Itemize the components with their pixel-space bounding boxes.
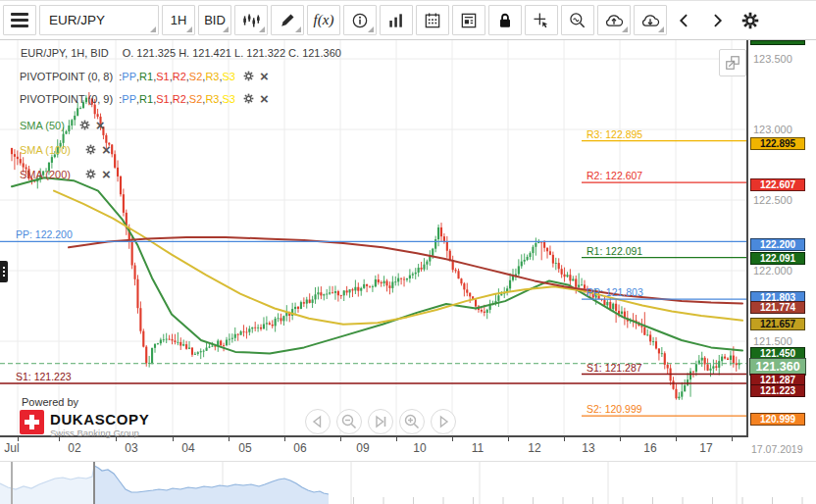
pivot-param-s1: S1	[156, 71, 169, 82]
toolbar: EUR/JPY 1H BID f(x)	[0, 0, 816, 40]
indicator-settings-button[interactable]	[84, 168, 97, 180]
indicator-settings-button[interactable]	[242, 70, 255, 82]
news-button[interactable]	[452, 5, 485, 35]
hamburger-icon	[11, 13, 28, 27]
date-tick-03: 03	[125, 441, 137, 455]
date-tick-02: 02	[68, 441, 80, 455]
navigator-chart[interactable]	[0, 462, 816, 504]
info-button[interactable]	[343, 5, 377, 35]
menu-button[interactable]	[3, 5, 36, 35]
skip-end-icon	[369, 410, 392, 433]
branding: Powered by DUKASCOPY Swiss Banking Group	[20, 396, 149, 438]
pivot-param-s3: S3	[223, 71, 235, 82]
indicator-row-2: PIVOTPOINT (0, 9) : PP, R1, S1, R2, S2, …	[20, 92, 269, 105]
axis-badge-121-223: 121.223	[750, 384, 805, 397]
chart-drag-handle[interactable]	[0, 261, 8, 282]
zoom-overview-button[interactable]	[561, 5, 594, 35]
indicator-name: PIVOTPOINT (0, 8)	[20, 71, 113, 82]
draw-button[interactable]	[271, 5, 304, 35]
date-tick-06: 06	[293, 441, 306, 455]
lock-button[interactable]	[488, 5, 522, 35]
cloud-upload-icon	[603, 10, 625, 31]
bar-chart-icon	[386, 11, 406, 30]
step-back-button[interactable]	[305, 409, 331, 434]
indicator-remove-button[interactable]: ×	[102, 144, 111, 155]
navigator[interactable]	[0, 461, 816, 504]
axis-tick-mark	[340, 437, 341, 441]
brand-name: DUKASCOPY	[50, 412, 149, 427]
next-button[interactable]	[702, 5, 732, 35]
axis-tick-mark	[173, 437, 174, 441]
indicator-settings-button[interactable]	[84, 143, 97, 156]
axis-tick-mark	[59, 437, 60, 441]
pivot-param-pp: PP	[122, 93, 136, 105]
axis-badge-122-091: 122.091	[750, 252, 805, 265]
indicator-remove-button[interactable]: ×	[96, 120, 105, 130]
level-label-s2: S2: 120.999	[586, 403, 642, 415]
symbol-select[interactable]: EUR/JPY	[39, 5, 159, 35]
cloud-download-icon	[639, 10, 661, 31]
pencil-icon	[278, 11, 297, 30]
date-tick-04: 04	[181, 441, 194, 455]
magnifier-chart-icon	[568, 11, 587, 30]
prev-button[interactable]	[670, 5, 699, 35]
axis-date-label: 17.07.2019	[751, 443, 803, 455]
date-tick-17: 17	[699, 441, 712, 455]
zoom-in-button[interactable]	[399, 409, 425, 434]
pivot-param-pp: PP	[122, 71, 136, 82]
volume-button[interactable]	[380, 5, 413, 35]
info-icon	[350, 11, 370, 30]
axis-tick-mark	[229, 437, 230, 441]
price-tick: 122.000	[753, 265, 792, 277]
indicator-settings-button[interactable]	[242, 92, 255, 105]
crosshair-button[interactable]	[525, 5, 558, 35]
side-select[interactable]: BID	[198, 5, 231, 35]
pivot-param-r3: R3	[205, 93, 219, 105]
upload-button[interactable]	[597, 5, 631, 35]
period-select[interactable]: 1H	[162, 5, 195, 35]
separator: :	[113, 93, 122, 105]
fx-label: f(x)	[314, 12, 334, 28]
pivot-param-s3: S3	[223, 93, 235, 105]
play-icon	[432, 410, 455, 433]
axis-tick-mark	[396, 437, 397, 441]
skip-end-button[interactable]	[368, 409, 393, 434]
indicator-settings-button[interactable]	[78, 119, 91, 131]
axis-badge-122-895: 122.895	[750, 137, 805, 150]
pivot-param-s1: S1	[156, 93, 169, 105]
axis-badge-partial	[750, 40, 805, 45]
date-tick-09: 09	[356, 441, 369, 455]
price-tick: 123.500	[753, 53, 792, 65]
settings-button[interactable]	[735, 5, 766, 35]
zoom-out-icon	[337, 410, 361, 433]
download-button[interactable]	[634, 5, 667, 35]
expand-icon	[723, 53, 742, 73]
calendar-button[interactable]	[416, 5, 449, 35]
indicator-remove-button[interactable]: ×	[260, 93, 269, 104]
function-button[interactable]: f(x)	[307, 5, 340, 35]
axis-badge-122-200: 122.200	[750, 238, 805, 251]
axis-badge-120-999: 120.999	[750, 413, 805, 426]
axis-badge-121-657: 121.657	[750, 318, 805, 330]
price-tick: 121.500	[753, 335, 792, 347]
time-axis[interactable]: Jul020304050609101112131617 17.07.2019	[0, 437, 816, 461]
detach-chart-button[interactable]	[719, 49, 746, 76]
level-label-pp: PP: 121.803	[586, 286, 643, 298]
gear-icon	[740, 10, 761, 31]
date-tick-jul: Jul	[4, 441, 19, 455]
pivot-param-r1: R1	[139, 71, 153, 82]
date-tick-10: 10	[413, 441, 426, 455]
period-label: 1H	[171, 13, 187, 27]
swiss-cross-logo	[20, 410, 44, 434]
axis-tick-mark	[284, 437, 285, 441]
chart-type-button[interactable]	[234, 5, 268, 35]
play-button[interactable]	[431, 409, 456, 434]
indicator-remove-button[interactable]: ×	[102, 169, 111, 179]
level-label-r2: R2: 122.607	[586, 170, 642, 181]
indicator-row-1: PIVOTPOINT (0, 8) : PP, R1, S1, R2, S2, …	[20, 70, 269, 82]
symbol-label: EUR/JPY	[49, 13, 105, 27]
zoom-out-button[interactable]	[336, 409, 362, 434]
news-icon	[459, 11, 479, 30]
price-tick: 123.000	[753, 124, 792, 135]
indicator-remove-button[interactable]: ×	[260, 71, 269, 81]
